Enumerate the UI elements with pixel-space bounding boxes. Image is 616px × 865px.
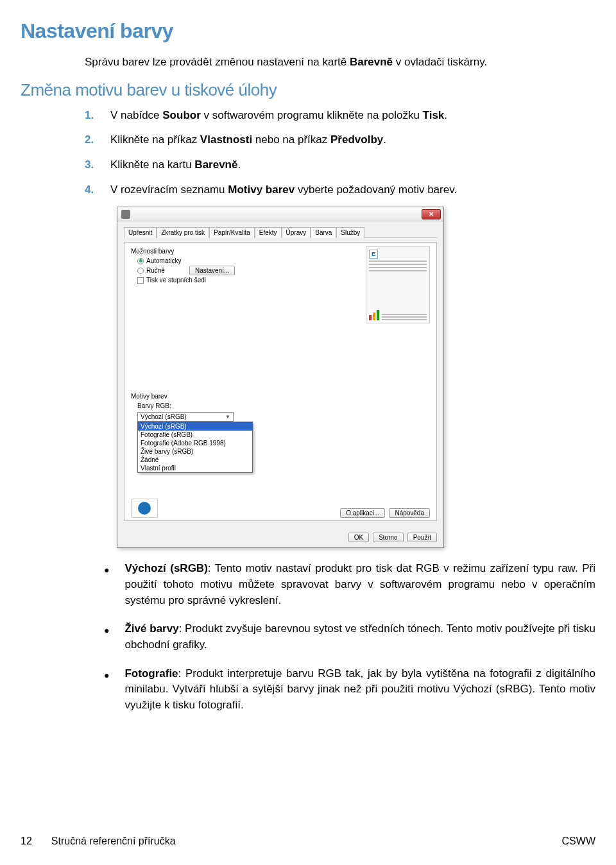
apply-button[interactable]: Použít [407,533,437,542]
dropdown-item[interactable]: Výchozí (sRGB) [138,422,252,431]
radio-icon [137,268,144,274]
tab-pane: Možnosti barvy Automaticky Ručně Nastave… [124,242,437,521]
t: Klikněte na příkaz [110,133,200,146]
tab-upresnit[interactable]: Upřesnit [124,227,157,238]
dropdown-item[interactable]: Vlastní profil [138,464,252,472]
step-text: Klikněte na příkaz Vlastnosti nebo na př… [110,132,386,148]
cancel-button[interactable]: Storno [373,533,403,542]
about-button[interactable]: O aplikaci... [340,508,385,518]
dialog-titlebar: ✕ [117,207,443,221]
step: 1. V nabídce Soubor v softwarovém progra… [85,108,595,124]
step-text: V rozevíracím seznamu Motivy barev vyber… [110,182,457,198]
checkbox-icon [137,277,144,284]
rgb-dropdown[interactable]: Výchozí (sRGB) Fotografie (sRGB) Fotogra… [137,422,253,473]
t: . [444,109,447,121]
section-title: Změna motivu barev u tiskové úlohy [21,80,595,100]
bars-icon [369,310,379,320]
motivy-label: Motivy barev [131,393,430,400]
dropdown-item[interactable]: Fotografie (Adobe RGB 1998) [138,439,252,447]
intro-pre: Správu barev lze provádět změnou nastave… [85,56,350,68]
step: 4. V rozevíracím seznamu Motivy barev vy… [85,182,595,198]
t: Vlastnosti [200,133,252,146]
t: Tisk [423,109,445,121]
bullet-item: ● Fotografie: Produkt interpretuje barvu… [104,666,595,714]
preview-badge: E [369,250,378,259]
step: 3. Klikněte na kartu Barevně. [85,157,595,173]
bullet-icon: ● [104,563,109,608]
dropdown-item[interactable]: Živé barvy (sRGB) [138,447,252,456]
hp-logo-icon [131,499,158,518]
t: : Produkt zvyšuje barevnou sytost ve stř… [124,622,595,651]
close-button[interactable]: ✕ [422,209,441,219]
combo-value: Výchozí (sRGB) [141,413,187,420]
settings-button[interactable]: Nastavení... [189,266,235,275]
intro-post: v ovladači tiskárny. [393,56,487,68]
page-footer: 12 Stručná referenční příručka CSWW [21,835,595,847]
bullet-text: Výchozí (sRGB): Tento motiv nastaví prod… [124,561,595,608]
t: v softwarovém programu klikněte na polož… [201,109,423,121]
help-button[interactable]: Nápověda [389,508,430,518]
t: Předvolby [330,133,383,146]
t: : Produkt interpretuje barvu RGB tak, ja… [124,667,595,711]
step-number: 4. [85,182,99,198]
t: Fotografie [124,667,178,680]
footer-title: Stručná referenční příručka [51,835,176,847]
intro-bold: Barevně [350,56,393,68]
step: 2. Klikněte na příkaz Vlastnosti nebo na… [85,132,595,148]
t: Motivy barev [228,184,295,196]
tab-efekty[interactable]: Efekty [255,227,282,238]
t: V rozevíracím seznamu [110,184,228,196]
dropdown-item[interactable]: Žádné [138,456,252,464]
bullet-item: ● Živé barvy: Produkt zvyšuje barevnou s… [104,621,595,653]
app-icon [121,210,130,219]
page-title: Nastavení barvy [21,19,595,43]
dialog-screenshot: ✕ Upřesnit Zkratky pro tisk Papír/Kvalit… [117,207,595,548]
intro-paragraph: Správu barev lze provádět změnou nastave… [85,55,595,70]
step-number: 3. [85,157,99,173]
rgb-label: Barvy RGB: [137,402,430,409]
tab-barva[interactable]: Barva [311,227,336,238]
print-properties-dialog: ✕ Upřesnit Zkratky pro tisk Papír/Kvalit… [117,207,444,548]
t: Klikněte na kartu [110,158,194,171]
step-number: 2. [85,132,99,148]
tab-papir[interactable]: Papír/Kvalita [209,227,255,238]
step-number: 1. [85,108,99,124]
t: Soubor [162,109,201,121]
t: Barevně [194,158,237,171]
dropdown-item[interactable]: Fotografie (sRGB) [138,431,252,439]
tab-sluzby[interactable]: Služby [336,227,364,238]
t: Živé barvy [124,622,178,635]
bullet-list: ● Výchozí (sRGB): Tento motiv nastaví pr… [104,561,595,713]
ok-button[interactable]: OK [348,533,369,542]
radio-manual-label: Ručně [146,267,165,274]
bullet-item: ● Výchozí (sRGB): Tento motiv nastaví pr… [104,561,595,608]
check-grayscale-label: Tisk ve stupních šedi [146,277,206,284]
steps-list: 1. V nabídce Soubor v softwarovém progra… [85,108,595,198]
radio-icon [137,258,144,264]
t: Výchozí (sRGB) [124,562,207,574]
rgb-combo[interactable]: Výchozí (sRGB) [137,412,234,422]
page-number: 12 [21,835,32,847]
radio-auto-label: Automaticky [146,257,181,264]
bullet-icon: ● [104,624,109,653]
t: nebo na příkaz [252,133,330,146]
step-text: V nabídce Soubor v softwarovém programu … [110,108,447,124]
dialog-footer: OK Storno Použít [117,527,443,547]
t: . [237,158,241,171]
preview-thumbnail: E [366,246,430,323]
tab-strip: Upřesnit Zkratky pro tisk Papír/Kvalita … [124,227,437,238]
tab-upravy[interactable]: Úpravy [282,227,311,238]
tab-zkratky[interactable]: Zkratky pro tisk [157,227,209,238]
bullet-text: Fotografie: Produkt interpretuje barvu R… [124,666,595,714]
bullet-text: Živé barvy: Produkt zvyšuje barevnou syt… [124,621,595,653]
t: vyberte požadovaný motiv barev. [295,184,457,196]
step-text: Klikněte na kartu Barevně. [110,157,241,173]
t: . [383,133,386,146]
footer-right: CSWW [562,835,595,847]
bullet-icon: ● [104,669,109,714]
t: V nabídce [110,109,162,121]
